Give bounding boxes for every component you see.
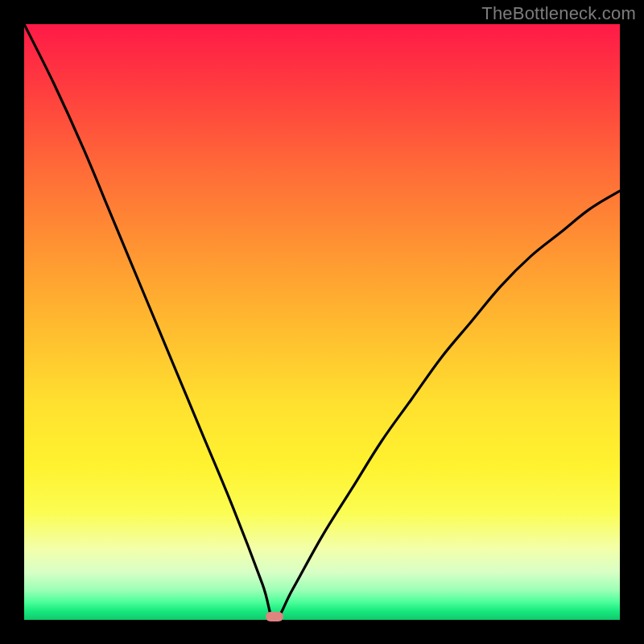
watermark-text: TheBottleneck.com xyxy=(481,3,636,24)
optimum-marker xyxy=(266,612,283,621)
bottleneck-curve xyxy=(24,24,620,620)
chart-frame: TheBottleneck.com xyxy=(0,0,644,644)
plot-area xyxy=(24,24,620,620)
